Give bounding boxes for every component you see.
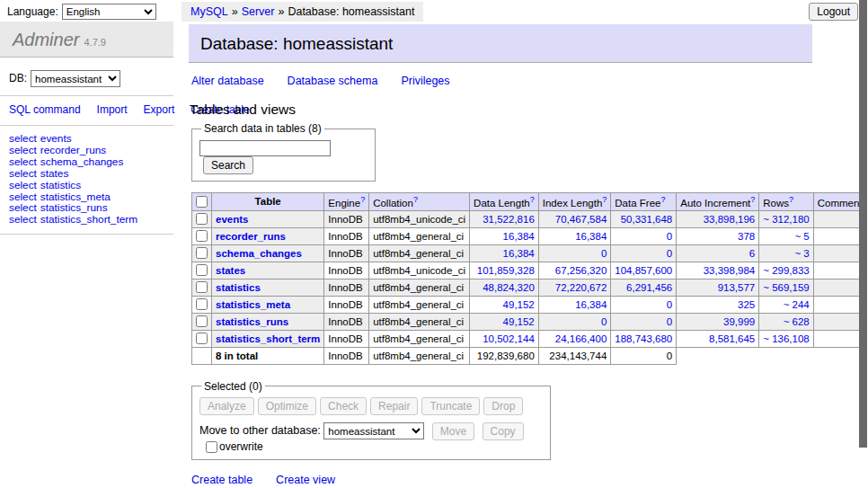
data-free-link[interactable]: 188,743,680 <box>615 333 672 344</box>
auto-increment-link[interactable]: 913,577 <box>718 282 756 293</box>
table-name-link[interactable]: schema_changes <box>216 248 302 259</box>
select-link[interactable]: select <box>9 191 37 203</box>
data-length-link[interactable]: 48,824,320 <box>483 282 535 293</box>
search-button[interactable]: Search <box>203 156 253 174</box>
overwrite-checkbox[interactable] <box>206 441 217 453</box>
index-length-link[interactable]: 67,256,320 <box>555 265 607 276</box>
rows-count-link[interactable]: ~ 136,108 <box>763 333 809 344</box>
database-action-link[interactable]: Alter database <box>191 75 264 87</box>
row-checkbox[interactable] <box>196 247 208 259</box>
row-checkbox[interactable] <box>196 213 208 225</box>
move-button[interactable]: Move <box>432 422 474 440</box>
data-free-link[interactable]: 104,857,600 <box>615 265 672 276</box>
row-checkbox[interactable] <box>196 315 208 327</box>
bulk-action-button[interactable]: Optimize <box>258 397 316 415</box>
table-link[interactable]: recorder_runs <box>40 144 106 156</box>
rows-count-link[interactable]: ~ 312,180 <box>763 214 809 225</box>
auto-increment-link[interactable]: 39,999 <box>723 316 755 327</box>
table-link[interactable]: statistics_short_term <box>40 213 137 226</box>
index-length-link[interactable]: 16,384 <box>575 231 607 242</box>
table-link[interactable]: statistics <box>40 179 81 191</box>
rows-count-link[interactable]: ~ 628 <box>784 316 810 327</box>
data-length-link[interactable]: 16,384 <box>503 248 535 259</box>
help-link[interactable]: ? <box>750 195 755 204</box>
database-action-link[interactable]: Privileges <box>401 75 449 87</box>
data-free-link[interactable]: 6,291,456 <box>626 282 672 293</box>
create-link[interactable]: Create table <box>191 474 252 486</box>
table-name-link[interactable]: recorder_runs <box>216 231 286 242</box>
table-name-link[interactable]: states <box>216 265 245 276</box>
help-link[interactable]: ? <box>413 195 418 204</box>
db-select[interactable]: homeassistant <box>31 70 120 87</box>
help-link[interactable]: ? <box>602 195 607 204</box>
auto-increment-link[interactable]: 378 <box>738 231 755 242</box>
auto-increment-link[interactable]: 325 <box>738 299 755 310</box>
index-length-link[interactable]: 0 <box>601 316 607 327</box>
data-length-link[interactable]: 49,152 <box>503 299 535 310</box>
auto-increment-link[interactable]: 33,398,984 <box>704 265 756 276</box>
help-link[interactable]: ? <box>789 195 793 204</box>
database-action-link[interactable]: Database schema <box>288 75 378 87</box>
auto-increment-link[interactable]: 33,898,196 <box>704 214 756 225</box>
app-version-link[interactable]: 4.7.9 <box>84 37 105 48</box>
scrollbar-thumb[interactable] <box>859 0 867 448</box>
sidebar-nav-link[interactable]: Import <box>97 103 128 116</box>
data-free-link[interactable]: 0 <box>667 299 672 310</box>
data-length-link[interactable]: 10,502,144 <box>483 333 535 344</box>
select-link[interactable]: select <box>9 201 37 214</box>
data-free-link[interactable]: 50,331,648 <box>621 214 673 225</box>
data-free-link[interactable]: 0 <box>667 231 672 242</box>
table-name-link[interactable]: statistics_runs <box>216 316 288 327</box>
rows-count-link[interactable]: ~ 244 <box>784 299 810 310</box>
index-length-link[interactable]: 70,467,584 <box>555 214 607 225</box>
data-free-link[interactable]: 0 <box>667 248 672 259</box>
table-link[interactable]: statistics_runs <box>40 201 108 214</box>
table-link[interactable]: events <box>40 132 72 145</box>
data-length-link[interactable]: 49,152 <box>503 316 535 327</box>
data-free-link[interactable]: 0 <box>667 316 672 327</box>
index-length-link[interactable]: 24,166,400 <box>555 333 607 344</box>
bulk-action-button[interactable]: Drop <box>483 397 523 415</box>
sidebar-nav-link[interactable]: Export <box>144 103 175 116</box>
table-link[interactable]: states <box>40 167 68 180</box>
data-length-link[interactable]: 16,384 <box>503 231 535 242</box>
bulk-action-button[interactable]: Check <box>320 397 367 415</box>
row-checkbox[interactable] <box>196 264 208 276</box>
table-name-link[interactable]: statistics_short_term <box>216 333 320 344</box>
bulk-action-button[interactable]: Analyze <box>199 397 254 415</box>
select-link[interactable]: select <box>9 179 37 191</box>
row-checkbox[interactable] <box>196 298 208 310</box>
table-name-link[interactable]: statistics <box>216 282 261 293</box>
index-length-link[interactable]: 16,384 <box>575 299 607 310</box>
sidebar-nav-link[interactable]: SQL command <box>9 103 81 116</box>
data-length-link[interactable]: 101,859,328 <box>477 265 535 276</box>
bulk-action-button[interactable]: Repair <box>370 397 418 415</box>
search-input[interactable] <box>199 140 331 156</box>
copy-button[interactable]: Copy <box>483 422 524 440</box>
rows-count-link[interactable]: ~ 569,159 <box>763 282 809 293</box>
rows-count-link[interactable]: ~ 3 <box>794 248 809 259</box>
help-link[interactable]: ? <box>360 195 365 204</box>
move-db-select[interactable]: homeassistant <box>323 422 424 439</box>
rows-count-link[interactable]: ~ 299,833 <box>763 265 809 276</box>
index-length-link[interactable]: 0 <box>601 248 607 259</box>
select-link[interactable]: select <box>9 155 37 168</box>
logout-button[interactable]: Logout <box>809 3 858 21</box>
rows-count-link[interactable]: ~ 5 <box>794 231 809 242</box>
auto-increment-link[interactable]: 6 <box>749 248 755 259</box>
select-link[interactable]: select <box>9 167 37 180</box>
table-name-link[interactable]: events <box>216 214 248 225</box>
row-checkbox[interactable] <box>196 230 208 242</box>
select-link[interactable]: select <box>9 144 37 156</box>
row-checkbox[interactable] <box>196 281 208 293</box>
select-all-checkbox[interactable] <box>196 196 208 208</box>
select-link[interactable]: select <box>9 213 37 226</box>
bulk-action-button[interactable]: Truncate <box>421 397 480 415</box>
row-checkbox[interactable] <box>196 333 208 344</box>
table-link[interactable]: schema_changes <box>40 155 123 168</box>
index-length-link[interactable]: 72,220,672 <box>555 282 607 293</box>
table-link[interactable]: statistics_meta <box>40 191 111 203</box>
auto-increment-link[interactable]: 8,581,645 <box>709 333 755 344</box>
table-name-link[interactable]: statistics_meta <box>216 299 290 310</box>
data-length-link[interactable]: 31,522,816 <box>483 214 535 225</box>
